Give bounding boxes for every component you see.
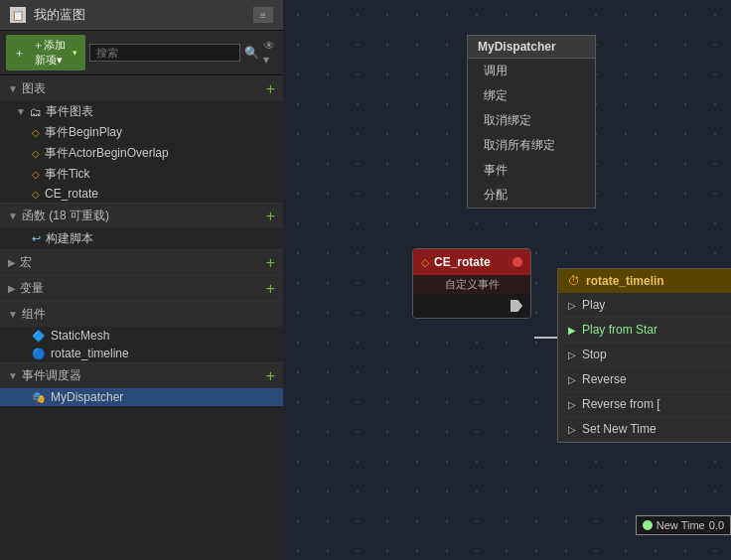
ce-rotate-node[interactable]: ◇ CE_rotate 自定义事件 — [412, 248, 531, 319]
play-icon: ▷ — [568, 300, 576, 311]
ce-diamond-icon: ◇ — [421, 256, 429, 269]
panel-title: 我的蓝图 — [34, 6, 85, 24]
section-components[interactable]: ▼ 组件 — [0, 301, 283, 327]
new-time-label: New Time — [657, 519, 705, 531]
tree-item-my-dispatcher[interactable]: 🎭 MyDispatcher — [0, 388, 283, 406]
left-panel: 📋 我的蓝图 ≡ ＋ ＋添加新项▾ ▾ 🔍 👁▾ ▼ 图表 + ▼ 🗂 事件图表… — [0, 0, 283, 560]
tree-item-construct[interactable]: ↩ 构建脚本 — [0, 228, 283, 249]
ce-node-subtitle: 自定义事件 — [413, 275, 530, 294]
timeline-item-stop[interactable]: ▷ Stop — [558, 343, 731, 367]
item-label: 事件ActorBeginOverlap — [45, 145, 169, 162]
tree-item-tick[interactable]: ◇ 事件Tick — [0, 164, 283, 185]
search-input[interactable] — [89, 44, 240, 62]
timeline-icon: 🔵 — [32, 348, 46, 360]
add-btn-label: ＋添加新项▾ — [28, 38, 70, 68]
popup-item-bind[interactable]: 绑定 — [468, 83, 595, 108]
diamond-icon: ◇ — [32, 169, 40, 180]
timeline-title: rotate_timelin — [586, 274, 664, 288]
blueprint-icon: 📋 — [10, 7, 26, 23]
item-label: 构建脚本 — [46, 230, 93, 247]
tree-item-static-mesh[interactable]: 🔷 StaticMesh — [0, 327, 283, 345]
timeline-header: ⏱ rotate_timelin — [558, 269, 731, 293]
item-label: Reverse — [582, 372, 627, 386]
exec-out-pin[interactable] — [511, 300, 522, 312]
section-components-label: 组件 — [22, 306, 46, 323]
add-function-button[interactable]: + — [266, 209, 275, 224]
item-label: 事件BeginPlay — [45, 124, 122, 141]
ce-node-title: CE_rotate — [434, 255, 508, 269]
section-functions-label: 函数 (18 可重载) — [22, 208, 109, 224]
ce-node-output — [413, 294, 530, 318]
add-dispatcher-button[interactable]: + — [266, 368, 275, 384]
func-icon: ↩ — [32, 232, 41, 245]
diamond-icon: ◇ — [32, 148, 40, 159]
diamond-icon: ◇ — [32, 127, 40, 138]
popup-title: MyDispatcher — [468, 36, 595, 59]
item-label: rotate_timeline — [51, 347, 129, 360]
section-functions[interactable]: ▼ 函数 (18 可重载) + — [0, 203, 283, 228]
add-variable-button[interactable]: + — [266, 281, 275, 297]
timeline-item-reverse-from[interactable]: ▷ Reverse from [ — [558, 392, 731, 417]
mesh-icon: 🔷 — [32, 330, 46, 343]
canvas-area[interactable]: MyDispatcher 调用 绑定 取消绑定 取消所有绑定 事件 分配 ◇ C… — [283, 0, 731, 560]
panel-close-button[interactable]: ≡ — [253, 7, 273, 23]
section-graph-label: 图表 — [22, 80, 46, 97]
ce-node-header: ◇ CE_rotate — [413, 249, 530, 275]
search-icon: 🔍 — [244, 46, 259, 60]
play-icon: ▷ — [568, 350, 576, 360]
section-graph[interactable]: ▼ 图表 + — [0, 75, 283, 101]
popup-item-unbind-all[interactable]: 取消所有绑定 — [468, 133, 595, 158]
timeline-item-play-from-star[interactable]: ▶ Play from Star — [558, 318, 731, 343]
add-new-button[interactable]: ＋ ＋添加新项▾ ▾ — [6, 35, 85, 70]
popup-item-unbind[interactable]: 取消绑定 — [468, 108, 595, 133]
graph-icon: 🗂 — [30, 105, 42, 119]
ce-node-dot — [512, 257, 522, 267]
add-macro-button[interactable]: + — [266, 255, 275, 271]
tree-item-rotate-timeline[interactable]: 🔵 rotate_timeline — [0, 345, 283, 362]
play-icon: ▷ — [568, 374, 576, 385]
section-macros[interactable]: ▶ 宏 + — [0, 249, 283, 275]
clock-icon: ⏱ — [568, 274, 580, 288]
item-label: StaticMesh — [51, 329, 109, 343]
section-event-dispatchers[interactable]: ▼ 事件调度器 + — [0, 362, 283, 388]
diamond-icon: ◇ — [32, 189, 40, 200]
timeline-item-set-new-time[interactable]: ▷ Set New Time — [558, 417, 731, 442]
add-icon: ＋ — [14, 46, 25, 61]
item-label: Set New Time — [582, 422, 657, 436]
item-label: 事件Tick — [45, 166, 90, 183]
arrow-icon: ▼ — [8, 83, 18, 94]
new-time-circle — [643, 520, 653, 530]
toolbar-row: ＋ ＋添加新项▾ ▾ 🔍 👁▾ — [0, 31, 283, 75]
section-dispatchers-label: 事件调度器 — [22, 367, 81, 384]
add-graph-button[interactable]: + — [266, 81, 275, 97]
item-label: Play — [582, 298, 605, 312]
arrow-icon: ▼ — [8, 370, 18, 381]
dispatcher-popup: MyDispatcher 调用 绑定 取消绑定 取消所有绑定 事件 分配 — [467, 35, 596, 209]
add-btn-arrow: ▾ — [73, 48, 77, 58]
item-label: Play from Star — [582, 323, 658, 337]
event-graph-group[interactable]: ▼ 🗂 事件图表 — [0, 101, 283, 122]
new-time-value: 0.0 — [709, 519, 724, 531]
tree-item-ce-rotate[interactable]: ◇ CE_rotate — [0, 185, 283, 203]
popup-item-call[interactable]: 调用 — [468, 59, 595, 83]
arrow-icon: ▶ — [8, 283, 16, 294]
tree-item-begin-play[interactable]: ◇ 事件BeginPlay — [0, 122, 283, 143]
item-label: MyDispatcher — [51, 390, 123, 404]
timeline-item-reverse[interactable]: ▷ Reverse — [558, 367, 731, 392]
tree-item-actor-overlap[interactable]: ◇ 事件ActorBeginOverlap — [0, 143, 283, 164]
arrow-icon: ▼ — [8, 309, 18, 320]
popup-item-event[interactable]: 事件 — [468, 158, 595, 183]
item-label: Stop — [582, 348, 607, 361]
section-macros-label: 宏 — [20, 254, 32, 271]
play-filled-icon: ▶ — [568, 325, 576, 336]
timeline-panel: ⏱ rotate_timelin ▷ Play ▶ Play from Star… — [557, 268, 731, 443]
new-time-badge: New Time 0.0 — [636, 515, 731, 535]
popup-item-dispatch[interactable]: 分配 — [468, 183, 595, 208]
timeline-item-play[interactable]: ▷ Play — [558, 293, 731, 318]
panel-title-bar: 📋 我的蓝图 ≡ — [0, 0, 283, 31]
section-variables[interactable]: ▶ 变量 + — [0, 275, 283, 301]
eye-icon[interactable]: 👁▾ — [263, 39, 277, 67]
item-label: Reverse from [ — [582, 397, 660, 411]
item-label: CE_rotate — [45, 187, 98, 201]
arrow-icon: ▼ — [16, 106, 26, 117]
